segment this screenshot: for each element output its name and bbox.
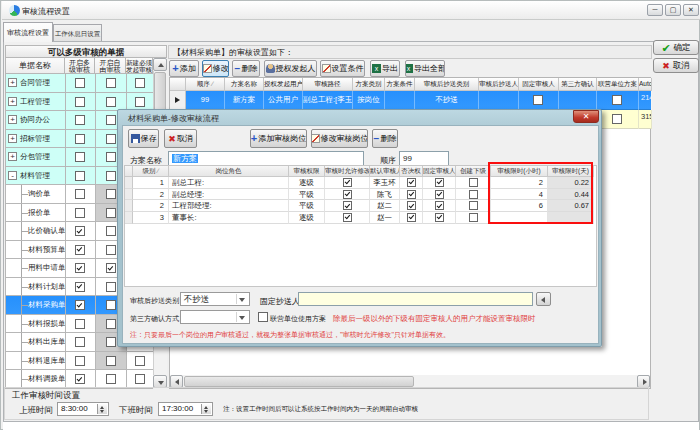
main-row-1-joint-checkbox[interactable] (612, 95, 622, 105)
minimize-button[interactable]: ─ (647, 4, 663, 16)
modal-grid-4-fixed-checkbox[interactable] (435, 213, 444, 222)
modal-grid-1-allow_edit-checkbox[interactable] (343, 178, 352, 187)
left-check-招标管理-2[interactable] (106, 134, 116, 144)
toolbar-delete-button[interactable]: −删除 (232, 60, 260, 77)
left-check-分包管理-1[interactable] (75, 152, 85, 162)
main-hscrollbar-thumb[interactable] (184, 376, 414, 387)
cc-type-combo[interactable]: 不抄送 (180, 292, 250, 306)
toolbar-set-condition-button[interactable]: 设置条件 (320, 60, 365, 77)
left-check-比价确认单-1[interactable] (75, 226, 85, 236)
main-col-4[interactable]: 审核路径 (303, 78, 353, 91)
toolbar-export-button[interactable]: x导出 (370, 60, 400, 77)
left-check-用料申请单-1[interactable] (75, 263, 85, 273)
cancel-button[interactable]: ✖取消 (653, 58, 699, 73)
left-check-询价单-1[interactable] (75, 189, 85, 199)
left-check-材料调拨单-2[interactable] (106, 374, 116, 384)
left-check-询价单-2[interactable] (106, 189, 116, 199)
left-check-材料管理-1[interactable] (75, 171, 85, 181)
left-check-材料采购单-1[interactable] (75, 300, 85, 310)
left-check-招标管理-1[interactable] (75, 134, 85, 144)
left-check-材料计划单-2[interactable] (106, 282, 116, 292)
modal-close-button[interactable]: ✕ (573, 110, 599, 123)
modal-grid-3-fixed-checkbox[interactable] (435, 201, 444, 210)
modal-grid-col-1[interactable]: 岗位角色 (169, 166, 289, 177)
start-time-spinner[interactable] (97, 404, 107, 414)
modal-grid-col-5[interactable]: 否决权 (400, 166, 423, 177)
left-check-材料调拨单-1[interactable] (75, 374, 85, 384)
plan-name-input[interactable]: 新方案 (168, 151, 364, 166)
left-check-报价单-1[interactable] (75, 208, 85, 218)
left-check-用料申请单-2[interactable] (106, 263, 116, 273)
modal-grid-col-2[interactable]: 审核权限 (289, 166, 325, 177)
main-row-2-joint-checkbox[interactable] (612, 114, 622, 124)
modal-grid-1-create_sub-checkbox[interactable] (469, 178, 478, 187)
tab-rest-days[interactable]: 工作休息日设置 (53, 24, 102, 42)
modal-grid-4-allow_edit-checkbox[interactable] (343, 213, 352, 222)
left-check-材料报损单-2[interactable] (106, 319, 116, 329)
expand-icon-材料管理[interactable]: - (8, 171, 17, 180)
left-check-材料退库单-2[interactable] (106, 356, 116, 366)
left-check-材料出库单-2[interactable] (106, 337, 116, 347)
left-check-材料预算单-1[interactable] (75, 245, 85, 255)
left-check-材料预算单-2[interactable] (106, 245, 116, 255)
third-party-combo[interactable] (180, 310, 250, 324)
modal-grid-col-4[interactable]: 默认审核人 (370, 166, 400, 177)
left-check-工程管理-3[interactable] (135, 97, 145, 107)
main-col-12[interactable]: Auto (639, 78, 652, 91)
modal-grid-4-veto-checkbox[interactable] (407, 213, 416, 222)
modal-grid-2-create_sub-checkbox[interactable] (469, 190, 478, 199)
modal-grid-3-veto-checkbox[interactable] (407, 201, 416, 210)
left-check-合同管理-1[interactable] (75, 78, 85, 88)
order-input[interactable]: 99 (399, 151, 449, 166)
main-col-10[interactable]: 第三方确认 (559, 78, 597, 91)
main-col-2[interactable]: 方案名称 (225, 78, 264, 91)
modal-add-post-button[interactable]: +添加审核岗位 (250, 129, 307, 148)
toolbar-add-button[interactable]: +添加 (169, 60, 199, 77)
expand-icon-协同办公[interactable]: + (8, 115, 17, 124)
modal-grid-1-veto-checkbox[interactable] (407, 178, 416, 187)
ok-button[interactable]: ✔确定 (653, 40, 699, 55)
main-col-0[interactable] (170, 78, 186, 91)
left-check-材料退库单-1[interactable] (75, 356, 85, 366)
start-time-input[interactable]: 8:30:00 (57, 402, 109, 416)
modal-save-button[interactable]: 保存 (128, 129, 159, 148)
modal-grid-3-create_sub-checkbox[interactable] (469, 201, 478, 210)
left-check-材料出库单-1[interactable] (75, 337, 85, 347)
left-scrollbar-up[interactable] (153, 58, 167, 71)
modal-grid-1-fixed-checkbox[interactable] (435, 178, 444, 187)
left-row-合同管理[interactable]: +合同管理 (6, 74, 153, 93)
left-check-材料计划单-1[interactable] (75, 282, 85, 292)
joint-checkbox[interactable] (258, 312, 268, 322)
main-col-7[interactable]: 审核后抄送类别 (415, 78, 479, 91)
toolbar-modify-button[interactable]: 修改 (202, 60, 229, 77)
left-check-材料退库单-3[interactable] (135, 356, 145, 366)
left-check-比价确认单-2[interactable] (106, 226, 116, 236)
left-check-协同办公-1[interactable] (75, 115, 85, 125)
expand-icon-工程管理[interactable]: + (8, 97, 17, 106)
main-col-1[interactable]: 顺序∕ (186, 78, 225, 91)
left-check-报价单-2[interactable] (106, 208, 116, 218)
modal-grid-col-3[interactable]: 审核时允许修改 (325, 166, 370, 177)
modal-grid-3-allow_edit-checkbox[interactable] (343, 201, 352, 210)
left-row-材料退库单[interactable]: 材料退库单 (6, 352, 153, 371)
maximize-button[interactable]: ▢ (665, 4, 681, 16)
modal-grid-col-0[interactable]: 级别∕ (133, 166, 169, 177)
main-col-3[interactable]: 授权发起用户 (264, 78, 303, 91)
modal-grid-2-fixed-checkbox[interactable] (435, 190, 444, 199)
toolbar-grant-initiator-button[interactable]: 授权发起人 (264, 60, 317, 77)
left-row-材料调拨单[interactable]: 材料调拨单 (6, 370, 153, 389)
expand-icon-招标管理[interactable]: + (8, 134, 17, 143)
expand-icon-合同管理[interactable]: + (8, 78, 17, 87)
modal-delete-post-button[interactable]: −删除 (372, 129, 398, 148)
main-col-11[interactable]: 联营单位方案 (597, 78, 639, 91)
main-row-1[interactable]: 99新方案公共用户副总工程:[李玉按岗位不抄送214 (170, 91, 651, 110)
expand-icon-分包管理[interactable]: + (8, 152, 17, 161)
toolbar-export-all-button[interactable]: x导出全部 (405, 60, 445, 77)
left-check-协同办公-2[interactable] (106, 115, 116, 125)
modal-grid-4-create_sub-checkbox[interactable] (469, 213, 478, 222)
main-col-6[interactable]: 方案条件 (385, 78, 415, 91)
tab-audit-process[interactable]: 审核流程设置 (3, 22, 53, 42)
left-check-材料调拨单-3[interactable] (135, 374, 145, 384)
end-time-input[interactable]: 17:30:00 (158, 402, 213, 416)
left-check-合同管理-2[interactable] (106, 78, 116, 88)
